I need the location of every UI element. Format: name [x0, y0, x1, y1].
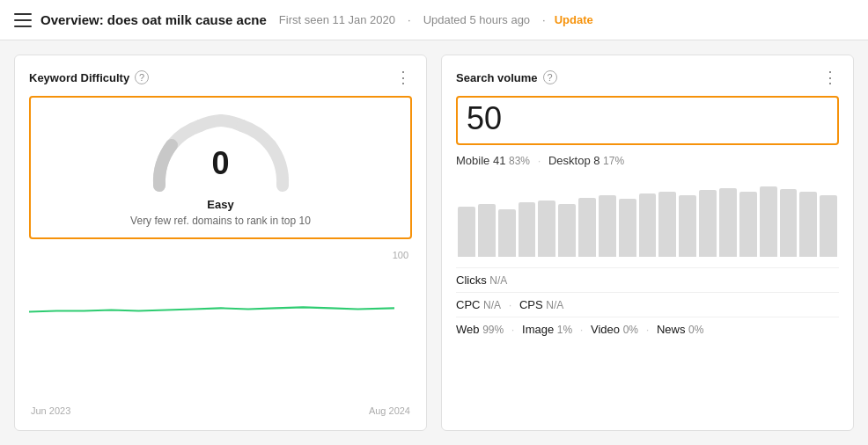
sv-bar-item: [519, 202, 536, 257]
header-separator2: ·: [542, 13, 546, 26]
kd-more-icon[interactable]: ⋮: [395, 69, 412, 85]
main-content: Keyword Difficulty ? ⋮ 0: [0, 40, 868, 445]
sv-bar-item: [820, 195, 837, 257]
sv-dot1: ·: [538, 154, 541, 167]
sv-image-pct: 1%: [557, 324, 572, 336]
sv-cpc-value: N/A: [483, 299, 501, 311]
header-first-seen: First seen 11 Jan 2020: [279, 13, 395, 26]
sv-bar-item: [599, 195, 616, 257]
kd-gauge-container: 0 Easy Very few ref. domains to rank in …: [29, 96, 412, 239]
sv-bar-item: [719, 188, 737, 257]
sv-dot2: ·: [509, 298, 512, 311]
sv-clicks-label: Clicks: [456, 274, 487, 287]
sv-news-pct: 0%: [688, 324, 703, 336]
sv-bar-item: [780, 189, 798, 257]
kd-axis-label: 100: [393, 250, 408, 260]
sv-desktop-count: 8: [593, 154, 600, 167]
sv-clicks-value: N/A: [489, 274, 507, 287]
sv-dot4: ·: [580, 323, 584, 336]
sv-desktop-pct: 17%: [603, 155, 624, 167]
page-title: Overview: does oat milk cause acne: [40, 12, 267, 27]
header-separator1: ·: [408, 13, 411, 26]
kd-help-icon[interactable]: ?: [135, 70, 149, 84]
sv-bar-item: [639, 193, 657, 257]
sv-bar-item: [799, 192, 817, 257]
keyword-difficulty-card: Keyword Difficulty ? ⋮ 0: [14, 55, 427, 431]
sv-bar-item: [578, 198, 596, 257]
menu-icon[interactable]: [14, 13, 32, 27]
kd-chart-area: 100 Jun 2023 Aug 2024: [29, 250, 412, 416]
kd-date-start: Jun 2023: [31, 405, 70, 416]
kd-date-labels: Jun 2023 Aug 2024: [29, 405, 412, 416]
sv-number: 50: [467, 101, 828, 136]
sv-bar-item: [538, 201, 555, 257]
sv-web-label: Web: [456, 323, 480, 336]
header-updated: Updated 5 hours ago: [423, 13, 530, 26]
kd-line-svg: [29, 250, 394, 314]
kd-card-header: Keyword Difficulty ? ⋮: [29, 69, 412, 85]
sv-image-label: Image: [522, 323, 554, 336]
gauge-wrapper: 0: [142, 106, 300, 194]
header: Overview: does oat milk cause acne First…: [0, 0, 868, 40]
sv-bar-item: [760, 186, 777, 257]
sv-bar-item: [679, 195, 696, 257]
sv-bar-item: [619, 199, 636, 257]
sv-bar-item: [739, 192, 757, 257]
sv-dot5: ·: [646, 323, 650, 336]
sv-clicks-row: Clicks N/A: [456, 267, 839, 292]
sv-desktop-label: Desktop: [548, 154, 591, 167]
update-link[interactable]: Update: [555, 13, 593, 26]
sv-video-pct: 0%: [623, 324, 638, 336]
sv-bar-item: [458, 207, 475, 256]
sv-cps-value: N/A: [546, 299, 563, 311]
sv-news-label: News: [657, 323, 686, 336]
kd-card-title: Keyword Difficulty ?: [29, 70, 149, 84]
search-volume-card: Search volume ? ⋮ 50 Mobile 41 83% · Des…: [441, 55, 854, 431]
sv-dot3: ·: [511, 323, 515, 336]
sv-mobile-count: 41: [493, 154, 505, 167]
kd-date-end: Aug 2024: [369, 405, 410, 416]
gauge-label: Easy: [207, 198, 233, 211]
sv-bar-item: [498, 209, 516, 256]
sv-bar-item: [699, 190, 717, 257]
sv-bar-chart: [456, 178, 839, 257]
sv-breakdown: Mobile 41 83% · Desktop 8 17%: [456, 154, 839, 167]
sv-bar-item: [558, 204, 576, 256]
sv-card-header: Search volume ? ⋮: [456, 69, 839, 85]
sv-mobile-label: Mobile: [456, 154, 489, 167]
sv-help-icon[interactable]: ?: [543, 70, 557, 84]
sv-bar-item: [478, 204, 496, 256]
sv-cps-label: CPS: [519, 298, 543, 311]
sv-card-title: Search volume ?: [456, 70, 557, 84]
sv-mobile-pct: 83%: [509, 155, 530, 167]
sv-value-box: 50: [456, 96, 839, 145]
sv-video-label: Video: [591, 323, 620, 336]
sv-types-row: Web 99% · Image 1% · Video 0% · News 0%: [456, 317, 839, 341]
gauge-value: 0: [211, 145, 229, 182]
sv-web-pct: 99%: [482, 324, 504, 336]
sv-bar-item: [658, 192, 676, 257]
gauge-sublabel: Very few ref. domains to rank in top 10: [130, 215, 311, 227]
sv-more-icon[interactable]: ⋮: [822, 69, 839, 85]
sv-cpc-cps-row: CPC N/A · CPS N/A: [456, 292, 839, 317]
sv-cpc-label: CPC: [456, 298, 480, 311]
